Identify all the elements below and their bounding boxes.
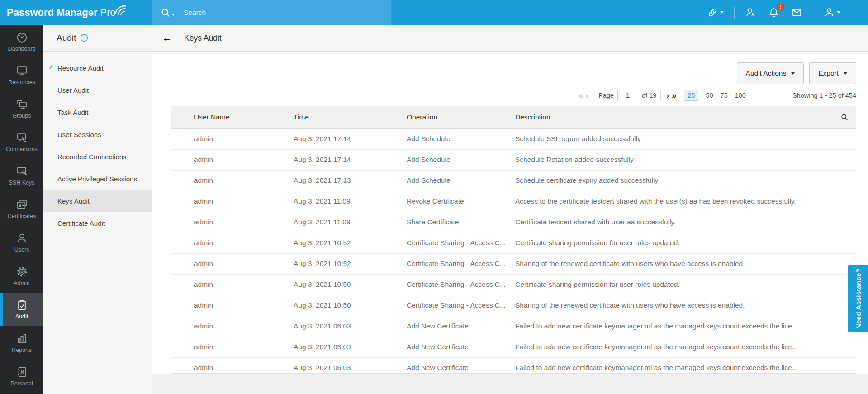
page-number-input[interactable] xyxy=(617,90,638,101)
audit-sidebar: Audit ? Resource Audit User Audit Task A… xyxy=(43,25,152,394)
sidebar-item-label: Certificates xyxy=(8,213,36,219)
last-page-button[interactable]: » xyxy=(672,91,676,100)
link-caret-icon xyxy=(720,11,724,14)
audit-sidebar-item-label: Active Privileged Sessions xyxy=(57,175,137,183)
cell-time: Aug 3, 2021 17:14 xyxy=(294,128,407,149)
main-sidebar: Dashboard Resources Groups Connections S… xyxy=(0,25,43,394)
page-size-option[interactable]: 25 xyxy=(684,90,698,101)
mail-icon[interactable] xyxy=(791,7,802,18)
user-icon[interactable] xyxy=(824,7,840,18)
audit-sidebar-item-label: User Audit xyxy=(57,86,89,94)
cell-description: Schedule certificate expiry added succes… xyxy=(515,170,856,191)
cell-description: Certificate sharing permission for user … xyxy=(515,233,856,253)
cell-operation: Add New Certificate xyxy=(407,316,515,337)
cell-description: Sharing of the renewed certificate with … xyxy=(515,253,856,274)
export-caret-icon xyxy=(844,72,847,75)
sidebar-item-label: Reports xyxy=(12,347,32,353)
table-body: admin Aug 3, 2021 17:14 Add Schedule Sch… xyxy=(171,128,856,374)
sidebar-item-certificates[interactable]: Certificates xyxy=(0,192,43,226)
search-input[interactable] xyxy=(184,9,333,17)
audit-actions-caret-icon xyxy=(791,72,795,75)
cell-operation: Add New Certificate xyxy=(407,337,515,357)
cell-time: Aug 3, 2021 11:09 xyxy=(294,191,407,212)
page-size-option[interactable]: 75 xyxy=(721,92,728,99)
table-row: admin Aug 3, 2021 17:14 Add Schedule Sch… xyxy=(171,149,856,170)
sidebar-item-users[interactable]: Users xyxy=(0,226,43,259)
cell-time: Aug 3, 2021 17:14 xyxy=(294,149,407,170)
logo-zone: Password ManagerPro xyxy=(0,0,152,25)
global-search-panel xyxy=(152,0,391,25)
audit-sidebar-item-recorded-connections[interactable]: Recorded Connections xyxy=(43,146,152,168)
audit-sidebar-item-user-sessions[interactable]: User Sessions xyxy=(43,123,152,146)
table-search-icon[interactable] xyxy=(840,113,849,121)
sidebar-item-ssh-keys[interactable]: SSH Keys xyxy=(0,159,43,192)
audit-sidebar-item-active-privileged-sessions[interactable]: Active Privileged Sessions xyxy=(43,168,152,190)
cell-description: Failed to add new certificate keymanager… xyxy=(515,316,856,337)
link-icon[interactable] xyxy=(707,7,724,18)
first-page-button[interactable]: « xyxy=(579,91,583,100)
sidebar-item-connections[interactable]: Connections xyxy=(0,125,43,159)
top-bar: Password ManagerPro ! xyxy=(0,0,868,25)
svg-text:?: ? xyxy=(83,35,85,40)
audit-sidebar-item-certificate-audit[interactable]: Certificate Audit xyxy=(43,212,152,234)
page-size-option[interactable]: 50 xyxy=(706,92,713,99)
next-page-button[interactable]: › xyxy=(666,91,669,100)
sidebar-item-label: Groups xyxy=(13,113,31,119)
dashboard-icon xyxy=(16,31,28,43)
cell-operation: Revoke Certificate xyxy=(407,191,515,212)
sidebar-item-reports[interactable]: Reports xyxy=(0,326,43,360)
page-total-label: of 19 xyxy=(642,92,656,99)
audit-sidebar-item-label: User Sessions xyxy=(57,131,101,138)
cell-description: Sharing of the renewed certificate with … xyxy=(515,295,856,316)
sidebar-item-resources[interactable]: Resources xyxy=(0,58,43,92)
column-header-user-name: User Name xyxy=(171,106,294,128)
sidebar-item-personal[interactable]: Personal xyxy=(0,360,43,393)
audit-actions-button[interactable]: Audit Actions xyxy=(737,62,804,84)
sidebar-item-audit[interactable]: Audit xyxy=(0,293,43,326)
page-header: ← Keys Audit xyxy=(152,25,868,52)
cell-time: Aug 3, 2021 10:52 xyxy=(294,233,407,253)
audit-sidebar-title: Audit xyxy=(57,33,76,43)
sidebar-item-label: Resources xyxy=(8,79,35,85)
audit-sidebar-item-resource-audit[interactable]: Resource Audit xyxy=(43,57,152,79)
audit-sidebar-item-user-audit[interactable]: User Audit xyxy=(43,79,152,101)
cell-user-name: admin xyxy=(171,357,294,374)
audit-sidebar-item-keys-audit[interactable]: Keys Audit xyxy=(43,190,152,212)
sidebar-item-dashboard[interactable]: Dashboard xyxy=(0,25,43,58)
table-row: admin Aug 3, 2021 10:52 Certificate Shar… xyxy=(171,253,856,274)
prev-page-button[interactable]: ‹ xyxy=(586,91,588,100)
sidebar-item-admin[interactable]: Admin xyxy=(0,259,43,293)
export-button[interactable]: Export xyxy=(809,62,856,84)
table-row: admin Aug 3, 2021 06:03 Add New Certific… xyxy=(171,357,856,374)
table-row: admin Aug 3, 2021 10:52 Certificate Shar… xyxy=(171,233,856,253)
cell-user-name: admin xyxy=(171,191,294,212)
page-size-option[interactable]: 100 xyxy=(735,92,746,99)
table-row: admin Aug 3, 2021 06:03 Add New Certific… xyxy=(171,337,856,357)
audit-sidebar-item-task-audit[interactable]: Task Audit xyxy=(43,101,152,123)
main-content: ← Keys Audit Audit Actions Export « ‹ Pa… xyxy=(152,25,868,394)
sidebar-item-label: Personal xyxy=(10,380,33,387)
help-icon[interactable]: ? xyxy=(80,34,88,42)
page-size-group: 255075100 xyxy=(678,92,749,99)
search-icon[interactable] xyxy=(160,7,171,18)
topbar-icon-group: ! xyxy=(701,0,868,25)
personal-icon xyxy=(16,366,28,378)
audit-icon xyxy=(16,299,28,311)
bell-icon[interactable]: ! xyxy=(768,7,779,18)
sidebar-item-label: Connections xyxy=(6,146,38,152)
app-logo[interactable]: Password ManagerPro xyxy=(7,7,116,19)
cell-description: Failed to add new certificate keymanager… xyxy=(515,357,856,374)
resources-icon xyxy=(16,65,28,77)
sidebar-item-label: Dashboard xyxy=(8,46,35,52)
toolbar: Audit Actions Export xyxy=(171,62,856,84)
need-assistance-tab[interactable]: Need Assistance? xyxy=(848,265,868,332)
topbar-separator xyxy=(813,7,813,19)
sidebar-item-groups[interactable]: Groups xyxy=(0,92,43,125)
back-arrow-icon[interactable]: ← xyxy=(162,33,172,43)
table-row: admin Aug 3, 2021 11:09 Revoke Certifica… xyxy=(171,191,856,212)
cell-user-name: admin xyxy=(171,128,294,149)
table-header-row: User Name Time Operation Description xyxy=(171,106,856,128)
cell-operation: Share Certificate xyxy=(407,212,515,233)
pagination-bar: « ‹ Page of 19 › » 255075100 Showing 1 -… xyxy=(171,89,856,102)
user-star-icon[interactable] xyxy=(745,7,756,18)
